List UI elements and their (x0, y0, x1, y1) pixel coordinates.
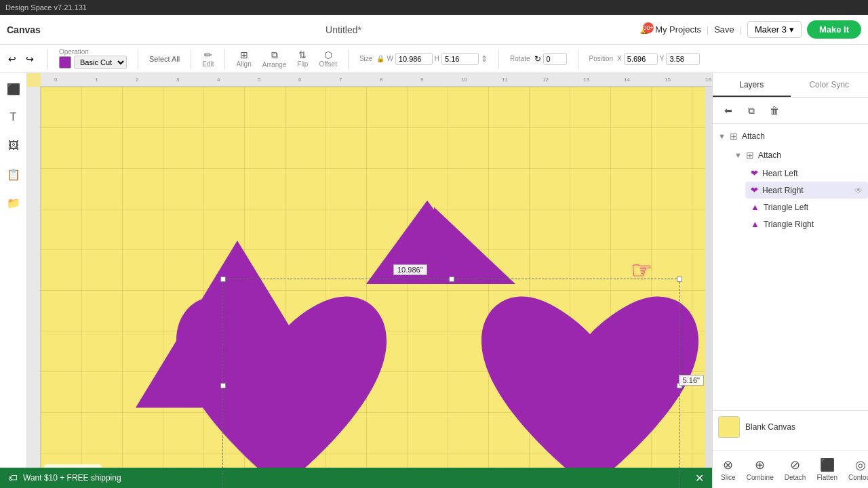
inner-attach-row[interactable]: ▼ ⊞ Attach (729, 146, 868, 165)
combine-button[interactable]: ⊕ Combine (741, 455, 779, 484)
align-button[interactable]: ⊞ Align (236, 49, 251, 68)
topbar-right: 🔔 00+ My Projects | Save | Maker 3 ▾ Mak… (639, 20, 861, 39)
slice-label: Slice (721, 474, 736, 481)
ruler-left (27, 87, 41, 488)
arrange-button[interactable]: ⧉ Arrange (262, 49, 287, 68)
eye-icon[interactable]: 👁 (854, 186, 863, 195)
promo-text: Want $10 + FREE shipping (23, 473, 121, 483)
color-swatch[interactable] (59, 56, 71, 68)
redo-button[interactable]: ↪ (23, 52, 37, 66)
panel-arrange-back-button[interactable]: ⬅ (719, 102, 737, 119)
offset-button[interactable]: ⬡ Offset (319, 49, 337, 68)
secondary-toolbar: ↩ ↪ Operation Basic Cut Select All ✏ Edi… (0, 45, 868, 73)
operation-select[interactable]: Basic Cut (74, 56, 127, 69)
notification-bell[interactable]: 🔔 00+ (639, 25, 650, 35)
select-all-group: Select All (149, 55, 180, 63)
panel-duplicate-button[interactable]: ⧉ (743, 102, 760, 119)
flatten-button[interactable]: ⬛ Flatten (811, 455, 843, 484)
left-tool-projects[interactable]: 📁 (3, 192, 24, 213)
rotate-input[interactable] (543, 53, 567, 65)
flatten-label: Flatten (816, 474, 837, 481)
edit-button[interactable]: ✏ Edit (202, 49, 214, 68)
maker-label: Maker 3 (755, 24, 787, 35)
separator: | (707, 25, 709, 35)
chevron-down-icon: ▾ (789, 24, 794, 35)
panel-tabs: Layers Color Sync (713, 73, 868, 98)
my-projects-label: My Projects (655, 24, 701, 35)
size-group: Size 🔒 W H ⇕ (359, 53, 488, 65)
left-toolbar: ⬛ T 🖼 📋 📁 (0, 73, 27, 488)
promo-close-button[interactable]: ✕ (695, 472, 704, 485)
promo-icon: 🏷 (8, 472, 18, 483)
triangle-right-icon: ▲ (751, 219, 760, 229)
height-arrow-icon: ⇕ (481, 54, 488, 64)
notif-badge: 00+ (643, 22, 654, 33)
layer-item-heart-left[interactable]: ❤ Heart Left (745, 165, 868, 182)
left-tool-images[interactable]: 🖼 (3, 136, 24, 156)
triangle-left-icon: ▲ (751, 202, 760, 212)
inner-expand-icon: ▼ (734, 151, 742, 159)
layer-tree: ▼ ⊞ Attach ▼ ⊞ Attach ❤ Heart Left ❤ Hea… (713, 124, 868, 410)
blank-canvas-row: Blank Canvas (718, 416, 863, 438)
title-text: Design Space v7.21.131 (5, 3, 87, 12)
panel-action-toolbar: ⬅ ⧉ 🗑 (713, 98, 868, 124)
panel-actions: ⊗ Slice ⊕ Combine ⊘ Detach ⬛ Flatten ◎ C… (713, 450, 868, 488)
layer-name-triangle-right: Triangle Right (764, 220, 863, 229)
layer-name-heart-left: Heart Left (762, 169, 863, 178)
right-panel: Layers Color Sync ⬅ ⧉ 🗑 ▼ ⊞ Attach ▼ ⊞ (712, 73, 868, 488)
shapes-svg (41, 87, 712, 488)
outer-group-icon: ⊞ (730, 131, 738, 142)
layer-item-triangle-right[interactable]: ▲ Triangle Right (745, 216, 868, 232)
tab-color-sync[interactable]: Color Sync (791, 73, 869, 97)
slice-button[interactable]: ⊗ Slice (715, 455, 741, 484)
rotate-group: Rotate ↻ (510, 53, 566, 65)
makeit-button[interactable]: Make It (807, 20, 861, 39)
rotate-icon: ↻ (534, 54, 541, 64)
outer-expand-icon: ▼ (718, 132, 726, 140)
promo-bar: 🏷 Want $10 + FREE shipping ✕ (0, 468, 712, 488)
flip-button[interactable]: ⇅ Flip (297, 49, 308, 68)
canvas-color-swatch[interactable] (718, 416, 740, 438)
contour-label: Contour (848, 474, 868, 481)
main-area: ⬛ T 🖼 📋 📁 0 1 2 3 4 5 6 7 8 9 10 11 12 1… (0, 73, 868, 488)
tab-layers[interactable]: Layers (713, 73, 791, 97)
contour-icon: ◎ (855, 458, 866, 472)
vertical-scrollbar[interactable] (705, 87, 712, 481)
lock-icon: 🔒 (376, 55, 384, 62)
left-tool-text[interactable]: T (3, 107, 24, 127)
combine-icon: ⊕ (755, 458, 765, 472)
detach-label: Detach (785, 474, 806, 481)
x-input[interactable] (624, 53, 658, 65)
position-group: Position X Y (589, 53, 701, 65)
contour-button[interactable]: ◎ Contour (843, 455, 868, 484)
heart-left-icon: ❤ (751, 168, 758, 178)
panel-bottom: Blank Canvas (713, 410, 868, 450)
titlebar: Design Space v7.21.131 (0, 0, 868, 15)
save-button[interactable]: Save (714, 24, 734, 35)
inner-group-icon: ⊞ (746, 150, 754, 161)
left-tool-shapes[interactable]: ⬛ (3, 79, 24, 99)
my-projects-button[interactable]: My Projects (655, 24, 701, 35)
y-input[interactable] (666, 53, 700, 65)
canvas-area[interactable]: 0 1 2 3 4 5 6 7 8 9 10 11 12 13 14 15 16 (27, 73, 712, 488)
document-title: Untitled* (326, 24, 361, 35)
detach-button[interactable]: ⊘ Detach (779, 455, 812, 484)
topbar: Canvas Untitled* 🔔 00+ My Projects | Sav… (0, 15, 868, 45)
inner-attach-label: Attach (758, 150, 863, 160)
left-tool-templates[interactable]: 📋 (3, 164, 24, 184)
select-all-button[interactable]: Select All (149, 55, 180, 63)
width-input[interactable] (395, 53, 433, 65)
outer-attach-row[interactable]: ▼ ⊞ Attach (713, 127, 868, 146)
detach-icon: ⊘ (790, 458, 800, 472)
outer-attach-label: Attach (742, 131, 863, 141)
heart-right-icon: ❤ (751, 185, 758, 195)
undo-button[interactable]: ↩ (5, 52, 19, 66)
operation-group: Operation Basic Cut (59, 48, 127, 69)
maker-selector[interactable]: Maker 3 ▾ (747, 21, 802, 38)
panel-delete-button[interactable]: 🗑 (766, 102, 783, 119)
canvas-label: Canvas (7, 24, 41, 35)
height-input[interactable] (441, 53, 479, 65)
layer-item-heart-right[interactable]: ❤ Heart Right 👁 (745, 182, 868, 199)
layer-item-triangle-left[interactable]: ▲ Triangle Left (745, 199, 868, 216)
separator2: | (740, 25, 742, 35)
